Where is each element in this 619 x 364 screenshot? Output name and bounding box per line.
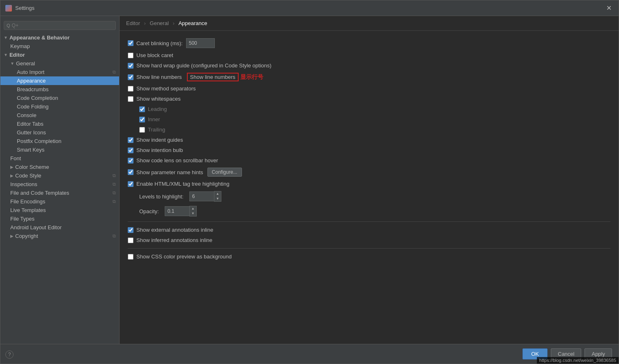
checkbox-label-show-indent-guides[interactable]: Show indent guides [128,137,183,143]
settings-row-show-hard-wrap: Show hard wrap guide (configured in Code… [128,62,610,69]
checkbox-label-show-parameter-hints[interactable]: Show parameter name hints [128,169,203,175]
checkbox-text-trailing: Trailing [148,127,165,133]
sidebar-item-breadcrumbs[interactable]: Breadcrumbs [0,85,119,94]
checkbox-show-external-annotations[interactable] [128,227,133,233]
sidebar-label-code-style: Code Style [15,173,41,179]
sidebar-item-general[interactable]: ▼ General [0,59,119,68]
checkbox-enable-html-xml[interactable] [128,181,133,187]
spinner-label-levels-to-highlight: Levels to highlight: [139,194,184,200]
checkbox-label-enable-html-xml[interactable]: Enable HTML/XML tag tree highlighting [128,181,229,187]
checkbox-show-hard-wrap[interactable] [128,63,133,69]
sidebar-item-live-templates[interactable]: Live Templates [0,206,119,214]
checkbox-label-inner[interactable]: Inner [139,116,160,122]
search-input[interactable] [12,23,113,28]
checkbox-label-show-code-lens[interactable]: Show code lens on scrollbar hover [128,157,218,164]
sidebar-item-gutter-icons[interactable]: Gutter Icons [0,128,119,137]
checkbox-show-indent-guides[interactable] [128,137,133,143]
checkbox-text-show-indent-guides: Show indent guides [136,137,183,143]
checkbox-trailing[interactable] [139,127,145,133]
sidebar-item-file-encodings[interactable]: File Encodings⧉ [0,197,119,206]
sidebar-label-keymap: Keymap [10,43,30,49]
sidebar-item-auto-import[interactable]: Auto Import⧉ [0,68,119,76]
sidebar-label-breadcrumbs: Breadcrumbs [17,86,48,92]
spinner-down-levels-to-highlight[interactable]: ▼ [214,196,221,201]
help-icon[interactable]: ? [5,350,14,359]
sidebar-item-font[interactable]: Font [0,154,119,163]
checkbox-inner[interactable] [139,117,145,122]
settings-row-inner: Inner [139,115,610,123]
sidebar-item-postfix-completion[interactable]: Postfix Completion [0,137,119,145]
checkbox-label-show-external-annotations[interactable]: Show external annotations inline [128,227,213,233]
checkbox-label-use-block-caret[interactable]: Use block caret [128,52,173,58]
checkbox-text-use-block-caret: Use block caret [136,52,173,58]
checkbox-use-block-caret[interactable] [128,53,133,58]
settings-row-opacity: Opacity:▲▼ [139,205,610,217]
sidebar-label-copyright: Copyright [15,233,38,239]
checkbox-show-parameter-hints[interactable] [128,169,133,175]
close-button[interactable]: ✕ [604,3,614,13]
sidebar-item-file-types[interactable]: File Types [0,214,119,223]
sidebar-item-appearance-behavior[interactable]: ▼ Appearance & Behavior [0,33,119,42]
sidebar-label-gutter-icons: Gutter Icons [17,129,46,136]
sidebar-label-file-encodings: File Encodings [10,198,45,205]
settings-row-show-intention-bulb: Show intention bulb [128,146,610,154]
spinner-up-opacity[interactable]: ▲ [190,206,196,211]
sidebar-item-editor-tabs[interactable]: Editor Tabs [0,120,119,128]
checkbox-leading[interactable] [139,106,145,112]
arrow-icon-appearance-behavior: ▼ [4,35,8,40]
search-box[interactable]: Q [4,21,116,30]
checkbox-show-code-lens[interactable] [128,158,133,164]
sidebar-tree: ▼ Appearance & BehaviorKeymap▼ Editor▼ G… [0,33,119,240]
sidebar-item-inspections[interactable]: Inspections⧉ [0,180,119,189]
sidebar-item-color-scheme[interactable]: ▶ Color Scheme [0,163,119,171]
checkbox-label-show-method-separators[interactable]: Show method separators [128,85,196,92]
checkbox-label-show-inferred-annotations[interactable]: Show inferred annotations inline [128,237,212,243]
checkbox-caret-blinking[interactable] [128,40,133,46]
sidebar-item-code-folding[interactable]: Code Folding [0,102,119,111]
checkbox-label-show-intention-bulb[interactable]: Show intention bulb [128,147,183,153]
checkbox-label-trailing[interactable]: Trailing [139,127,165,133]
settings-row-show-css-color: Show CSS color preview as background [128,253,610,260]
checkbox-text-inner: Inner [148,116,160,122]
sidebar-item-smart-keys[interactable]: Smart Keys [0,145,119,154]
checkbox-label-show-whitespaces[interactable]: Show whitespaces [128,96,181,102]
sidebar-item-code-style[interactable]: ▶ Code Style⧉ [0,171,119,180]
checkbox-label-caret-blinking[interactable]: Caret blinking (ms): [128,40,183,46]
copy-icon-auto-import: ⧉ [113,69,116,75]
checkbox-text-show-intention-bulb: Show intention bulb [136,147,183,153]
sidebar-item-copyright[interactable]: ▶ Copyright⧉ [0,232,119,240]
breadcrumb-part-3: Appearance [178,20,207,26]
divider-divider1 [128,221,610,222]
checkbox-show-css-color[interactable] [128,254,133,260]
spinner-up-levels-to-highlight[interactable]: ▲ [214,191,221,196]
checkbox-text-show-parameter-hints: Show parameter name hints [136,169,203,175]
spinner-down-opacity[interactable]: ▼ [190,211,196,216]
settings-row-show-code-lens: Show code lens on scrollbar hover [128,157,610,164]
text-input-caret-blinking[interactable] [186,38,215,48]
configure-button-show-parameter-hints[interactable]: Configure... [207,168,242,177]
checkbox-show-method-separators[interactable] [128,86,133,92]
checkbox-label-show-css-color[interactable]: Show CSS color preview as background [128,253,232,260]
checkbox-text-show-css-color: Show CSS color preview as background [136,253,232,260]
checkbox-text-enable-html-xml: Enable HTML/XML tag tree highlighting [136,181,229,187]
annotation-show-line-numbers: Show line numbers显示行号 [187,73,264,81]
right-panel: Editor › General › Appearance Caret blin… [120,16,619,344]
checkbox-label-show-line-numbers[interactable]: Show line numbers [128,74,182,80]
checkbox-show-line-numbers[interactable] [128,74,133,80]
sidebar-item-console[interactable]: Console [0,111,119,120]
sidebar-item-code-completion[interactable]: Code Completion [0,94,119,102]
spinner-input-opacity[interactable] [165,206,189,216]
spinner-input-levels-to-highlight[interactable] [189,191,214,201]
sidebar-label-auto-import: Auto Import [17,69,44,75]
checkbox-label-leading[interactable]: Leading [139,106,167,112]
sidebar-item-editor[interactable]: ▼ Editor [0,51,119,59]
checkbox-label-show-hard-wrap[interactable]: Show hard wrap guide (configured in Code… [128,62,272,69]
checkbox-show-whitespaces[interactable] [128,96,133,102]
sidebar-item-android-layout-editor[interactable]: Android Layout Editor [0,223,119,232]
checkbox-show-intention-bulb[interactable] [128,147,133,153]
sidebar-item-appearance[interactable]: Appearance [0,76,119,85]
checkbox-show-inferred-annotations[interactable] [128,237,133,243]
sidebar-item-file-code-templates[interactable]: File and Code Templates⧉ [0,189,119,197]
sidebar-item-keymap[interactable]: Keymap [0,42,119,51]
sidebar-label-color-scheme: Color Scheme [15,164,49,170]
